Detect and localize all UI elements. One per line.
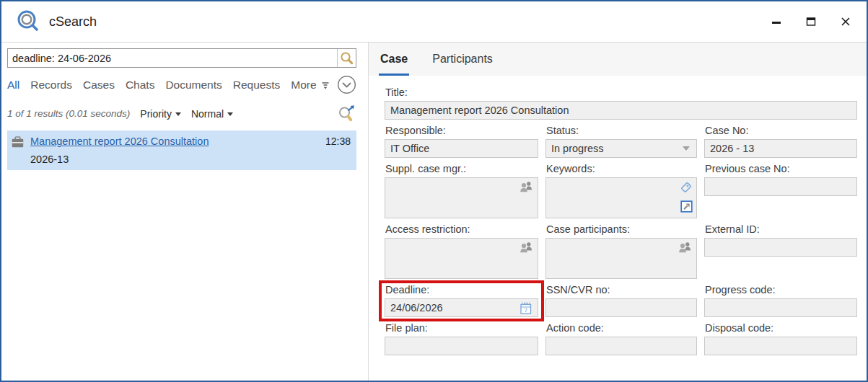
ssn-cvr-no-label: SSN/CVR no:: [546, 283, 697, 296]
case-no-input[interactable]: 2026 - 13: [704, 139, 857, 158]
tab-participants[interactable]: Participants: [431, 43, 494, 76]
title-value: Management report 2026 Consultation: [390, 105, 569, 116]
maximize-icon[interactable]: [797, 9, 825, 34]
deadline-input[interactable]: 24/06/2026 7: [385, 298, 538, 317]
suppl-case-mgr-label: Suppl. case mgr.:: [385, 162, 538, 175]
search-panel: All Records Cases Chats Documents Reques…: [1, 43, 369, 381]
more-sort-icon[interactable]: [321, 80, 330, 90]
result-title-link[interactable]: Management report 2026 Consultation: [30, 135, 318, 148]
search-button[interactable]: [337, 49, 356, 67]
disposal-code-label: Disposal code:: [705, 321, 857, 334]
window-controls: [763, 9, 859, 34]
case-no-label: Case No:: [705, 124, 857, 137]
status-label: Status:: [546, 124, 697, 137]
field-previous-case-no: Previous case No:: [704, 158, 857, 218]
case-participants-label: Case participants:: [546, 223, 697, 236]
action-code-input[interactable]: [545, 337, 697, 355]
field-action-code: Action code:: [545, 317, 697, 355]
case-form: Title: Management report 2026 Consultati…: [369, 76, 867, 381]
action-code-label: Action code:: [546, 321, 697, 334]
keywords-label: Keywords:: [546, 162, 697, 175]
close-icon[interactable]: [832, 9, 859, 34]
keywords-input[interactable]: [545, 177, 697, 218]
sort-mode-label: Normal: [191, 108, 224, 120]
app-logo-icon: [16, 9, 40, 34]
field-status: Status: In progress: [545, 120, 697, 158]
app-window: cSearch: [0, 0, 868, 382]
status-dropdown[interactable]: In progress: [545, 139, 697, 158]
svg-text:7: 7: [525, 307, 527, 314]
responsible-value: IT Office: [390, 143, 429, 154]
filter-all[interactable]: All: [7, 79, 19, 92]
app-title: cSearch: [49, 14, 97, 30]
open-new-window-icon[interactable]: [680, 200, 693, 215]
tab-case[interactable]: Case: [379, 43, 409, 76]
filter-nav: All Records Cases Chats Documents Reques…: [7, 75, 356, 94]
field-title: Title: Management report 2026 Consultati…: [385, 81, 857, 120]
external-id-input[interactable]: [704, 238, 857, 257]
sort-mode-dropdown[interactable]: Normal: [191, 108, 233, 120]
ssn-cvr-no-input[interactable]: [545, 298, 697, 317]
deadline-value: 24/06/2026: [390, 302, 443, 314]
field-deadline: Deadline: 24/06/2026 7: [385, 279, 538, 317]
main-split: All Records Cases Chats Documents Reques…: [1, 43, 867, 381]
disposal-code-input[interactable]: [704, 337, 857, 355]
case-participants-input[interactable]: [545, 238, 697, 279]
access-restriction-label: Access restriction:: [385, 223, 538, 236]
filter-chats[interactable]: Chats: [126, 79, 155, 92]
calendar-icon[interactable]: 7: [519, 301, 532, 315]
sort-field-dropdown[interactable]: Priority: [140, 108, 181, 120]
field-suppl-case-mgr: Suppl. case mgr.:: [385, 158, 538, 218]
filter-requests[interactable]: Requests: [233, 79, 280, 92]
external-id-label: External ID:: [705, 223, 857, 236]
field-disposal-code: Disposal code:: [704, 317, 857, 355]
results-meta-row: 1 of 1 results (0.01 seconds) Priority N…: [7, 105, 356, 123]
case-briefcase-icon: [12, 136, 30, 151]
sort-field-label: Priority: [140, 108, 172, 120]
people-picker-icon[interactable]: [519, 181, 534, 195]
people-picker-icon[interactable]: [519, 241, 534, 256]
field-case-no: Case No: 2026 - 13: [704, 120, 857, 158]
search-input[interactable]: [8, 49, 356, 67]
refine-search-icon[interactable]: [337, 105, 356, 123]
field-responsible: Responsible: IT Office: [385, 120, 538, 158]
case-no-value: 2026 - 13: [710, 143, 754, 154]
responsible-label: Responsible:: [385, 124, 538, 137]
search-icon: [340, 51, 354, 65]
suppl-case-mgr-input[interactable]: [385, 177, 538, 218]
status-value: In progress: [551, 143, 604, 154]
search-box: [7, 48, 356, 68]
titlebar: cSearch: [1, 1, 867, 43]
filter-records[interactable]: Records: [30, 79, 72, 92]
result-case-number: 2026-13: [30, 154, 318, 165]
field-file-plan: File plan:: [385, 317, 538, 355]
minimize-icon[interactable]: [763, 9, 790, 34]
field-progress-code: Progress code:: [704, 279, 857, 317]
detail-tabstrip: Case Participants: [369, 43, 867, 76]
filter-cases[interactable]: Cases: [83, 79, 115, 92]
status-caret-down-icon: [683, 146, 690, 151]
tag-icon[interactable]: [679, 181, 693, 197]
result-row[interactable]: Management report 2026 Consultation 12:3…: [7, 130, 356, 170]
file-plan-input[interactable]: [385, 337, 538, 355]
title-input[interactable]: Management report 2026 Consultation: [385, 101, 857, 120]
field-access-restriction: Access restriction:: [385, 218, 538, 279]
expand-filters-icon[interactable]: [337, 75, 356, 94]
filter-more[interactable]: More: [291, 79, 316, 92]
results-summary: 1 of 1 results (0.01 seconds): [7, 108, 130, 119]
filter-documents[interactable]: Documents: [165, 79, 222, 92]
caret-down-icon: [227, 112, 233, 116]
field-ssn-cvr-no: SSN/CVR no:: [545, 279, 697, 317]
responsible-input[interactable]: IT Office: [385, 139, 538, 158]
file-plan-label: File plan:: [385, 321, 538, 334]
previous-case-no-input[interactable]: [704, 177, 857, 196]
progress-code-label: Progress code:: [705, 283, 857, 296]
people-picker-icon[interactable]: [678, 241, 693, 256]
field-case-participants: Case participants:: [545, 218, 697, 279]
progress-code-input[interactable]: [704, 298, 857, 317]
access-restriction-input[interactable]: [385, 238, 538, 279]
caret-down-icon: [175, 112, 181, 116]
field-external-id: External ID:: [704, 218, 857, 279]
field-keywords: Keywords:: [545, 158, 697, 218]
title-label: Title:: [385, 86, 857, 99]
